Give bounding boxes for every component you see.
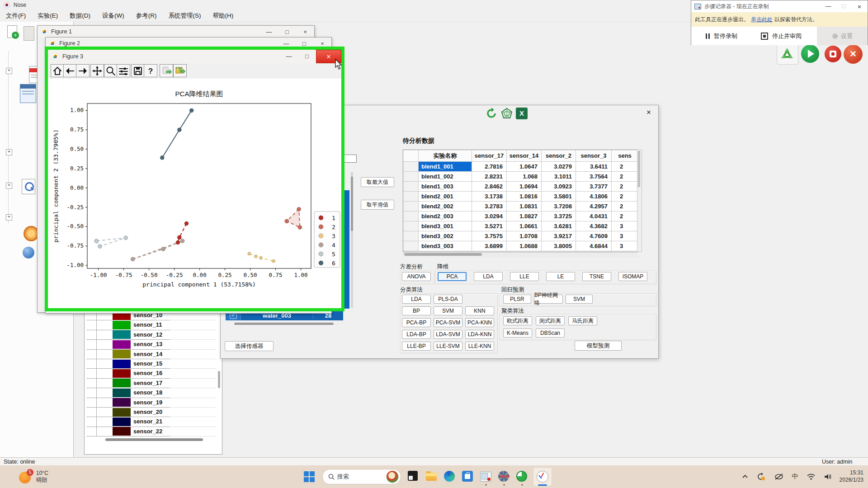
clu-button-闵式距离[interactable]: 闵式距离 [536,316,565,325]
table-cell[interactable]: 2 [612,182,638,192]
sensor-label[interactable]: sensor_11 [133,321,162,328]
close-button[interactable]: × [313,40,331,47]
dim-button-ISOMAP[interactable]: ISOMAP [618,272,647,281]
minimize-button[interactable]: — [277,40,295,47]
table-cell[interactable] [403,182,419,192]
table-cell[interactable]: 3.0279 [542,162,576,172]
table-cell[interactable]: 1.0708 [507,231,542,241]
table-cell[interactable]: blend1_002 [419,172,472,182]
dim-button-TSNE[interactable]: TSNE [582,272,611,281]
taskbar-nose-app[interactable]: Nose [498,471,510,483]
clu-button-K-Means[interactable]: K-Means [503,328,532,338]
table-cell[interactable]: 3.2783 [472,202,507,211]
clock[interactable]: 15:31 2026/1/23 [840,469,863,483]
class-button-KNN[interactable]: KNN [465,306,494,315]
taskbar-file-explorer[interactable] [426,471,438,483]
close-button[interactable]: × [296,28,314,35]
table-cell[interactable]: blend2_001 [419,192,472,202]
tree-expand-box[interactable]: + [6,183,12,189]
table-cell[interactable]: 2 [612,202,638,211]
tree-expand-box[interactable]: + [6,68,12,74]
menu-item-0[interactable]: 文件(F) [0,10,32,22]
help-toolbar-button[interactable]: ? [144,64,157,77]
table-header-cell[interactable] [403,150,419,162]
stop-record-button[interactable] [825,46,841,62]
class-button-SVM[interactable]: SVM [434,306,462,315]
maximize-button[interactable]: □ [278,28,296,35]
model-predict-button[interactable]: 模型预测 [575,341,622,351]
search-doc-icon[interactable] [22,179,35,194]
taskbar-timer-app[interactable] [516,471,528,483]
close-button[interactable]: × [851,3,868,10]
sphere-icon[interactable] [23,247,34,258]
gear-icon[interactable] [24,226,39,241]
maximize-button[interactable]: □ [295,40,313,47]
sensor-label[interactable]: sensor_17 [133,380,162,386]
class-button-BP[interactable]: BP [402,306,431,315]
table-cell[interactable] [403,241,419,251]
minimize-button[interactable]: — [260,28,278,35]
sensor-list-hscrollbar[interactable] [105,438,203,441]
table-cell[interactable]: 4.0431 [576,211,612,221]
hidden-edit-field[interactable] [344,155,357,163]
table-cell[interactable]: 1.0831 [507,202,542,211]
table-cell[interactable]: blend3_003 [419,241,472,251]
toolbar-button-partial[interactable] [24,26,34,41]
table-cell[interactable]: 3.6411 [576,162,612,172]
table-header-cell[interactable]: sensor_14 [507,150,542,162]
table-cell[interactable]: 3 [612,221,638,231]
table-cell[interactable]: blend1_001 [419,162,472,172]
table-cell[interactable]: 3.8005 [542,241,576,251]
radar-chart-button[interactable] [500,107,513,120]
tray-sync-icon[interactable] [757,472,766,481]
forward-toolbar-button[interactable] [76,64,90,77]
sensor-label[interactable]: sensor_19 [133,399,162,406]
table-cell[interactable]: 1.0661 [507,221,542,231]
table-cell[interactable] [403,162,419,172]
export1-toolbar-button[interactable] [160,64,173,77]
data-view-icon[interactable] [20,84,36,103]
table-cell[interactable]: 3.3725 [542,211,576,221]
table-header-cell[interactable]: sensor_3 [576,150,612,162]
table-cell[interactable]: 2.8231 [472,172,507,182]
table-cell[interactable]: 3.7377 [576,182,612,192]
taskbar-app-snip[interactable] [408,471,420,483]
table-header-cell[interactable]: sensor_2 [542,150,576,162]
table-cell[interactable]: 1.068 [507,172,542,182]
excel-export-button[interactable]: X [516,108,528,119]
clu-button-欧式距离[interactable]: 欧式距离 [503,316,532,325]
table-cell[interactable]: 2 [612,211,638,221]
sensor-label[interactable]: sensor_21 [133,418,162,425]
table-cell[interactable]: 2 [612,192,638,202]
anova-button[interactable]: ANOVA [402,272,431,281]
sensor-label[interactable]: sensor_15 [133,360,162,367]
search-box[interactable]: 搜索 [322,469,401,484]
figure3-titlebar[interactable]: Figure 3 — □ × [48,50,341,63]
sensor-label[interactable]: sensor_14 [133,351,162,357]
table-header-cell[interactable]: sensor_17 [472,150,507,162]
sensor-label[interactable]: sensor_13 [133,341,162,347]
taskbar-store[interactable] [462,471,474,483]
minimize-button[interactable]: — [821,3,836,10]
reset-button[interactable] [777,44,798,65]
table-cell[interactable] [403,231,419,241]
class-button-LLE-SVM[interactable]: LLE-SVM [434,342,462,351]
table-cell[interactable]: 3.6281 [542,221,576,231]
export2-toolbar-button[interactable] [173,64,187,77]
table-cell[interactable]: 4.3682 [576,221,612,231]
dim-button-LLE[interactable]: LLE [510,272,539,281]
table-cell[interactable]: 3.5801 [542,192,576,202]
tree-expand-box[interactable]: + [6,214,12,221]
close-app-button[interactable]: × [844,45,863,64]
dim-button-PCA[interactable]: PCA [438,272,467,281]
save-toolbar-button[interactable] [131,64,145,77]
figure3-canvas[interactable]: PCA降维结果图-1.00-0.75-0.50-0.250.000.250.50… [48,79,341,308]
menu-item-4[interactable]: 参考(R) [130,10,163,22]
new-file-toolbar-button[interactable]: + [5,25,19,41]
table-cell[interactable] [403,221,419,231]
table-cell[interactable]: 1.0816 [507,192,542,202]
back-toolbar-button[interactable] [63,64,77,77]
table-cell[interactable]: 1.0688 [507,241,542,251]
table-cell[interactable]: 1.0647 [507,162,542,172]
class-button-PCA-KNN[interactable]: PCA-KNN [465,318,494,327]
